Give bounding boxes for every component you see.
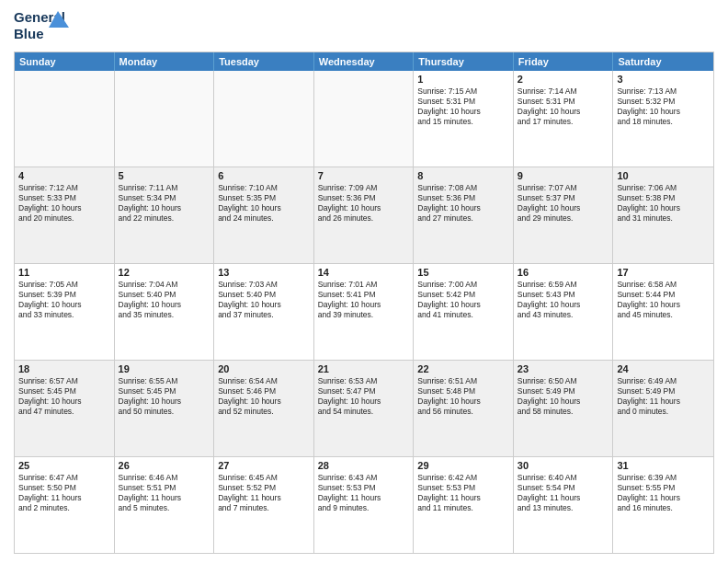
day-info: Sunrise: 7:07 AMSunset: 5:37 PMDaylight:… [518, 183, 609, 224]
day-number: 27 [218, 460, 310, 471]
day-number: 6 [218, 170, 310, 181]
day-number: 11 [18, 267, 110, 278]
calendar-cell: 6Sunrise: 7:10 AMSunset: 5:35 PMDaylight… [214, 167, 314, 263]
day-number: 12 [119, 267, 210, 278]
day-number: 29 [417, 460, 509, 471]
calendar-cell: 16Sunrise: 6:59 AMSunset: 5:43 PMDayligh… [514, 264, 614, 360]
day-info: Sunrise: 6:53 AMSunset: 5:47 PMDaylight:… [318, 376, 410, 417]
weekday-header: Sunday [15, 52, 115, 71]
calendar-cell: 4Sunrise: 7:12 AMSunset: 5:33 PMDaylight… [15, 167, 115, 263]
day-info: Sunrise: 7:04 AMSunset: 5:40 PMDaylight:… [119, 280, 210, 320]
day-number: 10 [617, 170, 710, 181]
day-info: Sunrise: 6:47 AMSunset: 5:50 PMDaylight:… [18, 473, 110, 513]
calendar-cell: 5Sunrise: 7:11 AMSunset: 5:34 PMDaylight… [115, 167, 215, 263]
day-info: Sunrise: 6:54 AMSunset: 5:46 PMDaylight:… [218, 376, 310, 417]
day-info: Sunrise: 7:13 AMSunset: 5:32 PMDaylight:… [617, 86, 710, 127]
day-number: 19 [119, 363, 210, 374]
day-info: Sunrise: 7:08 AMSunset: 5:36 PMDaylight:… [417, 183, 509, 224]
calendar-cell: 23Sunrise: 6:50 AMSunset: 5:49 PMDayligh… [514, 361, 614, 456]
day-number: 5 [119, 170, 210, 181]
calendar-cell: 27Sunrise: 6:45 AMSunset: 5:52 PMDayligh… [214, 457, 314, 553]
day-number: 31 [617, 460, 710, 471]
day-number: 14 [318, 267, 410, 278]
calendar-row: 25Sunrise: 6:47 AMSunset: 5:50 PMDayligh… [15, 457, 713, 553]
day-number: 16 [518, 267, 609, 278]
day-info: Sunrise: 7:12 AMSunset: 5:33 PMDaylight:… [18, 183, 110, 224]
calendar-cell: 1Sunrise: 7:15 AMSunset: 5:31 PMDaylight… [414, 71, 514, 167]
svg-marker-0 [49, 11, 69, 28]
calendar-body: 1Sunrise: 7:15 AMSunset: 5:31 PMDaylight… [15, 71, 713, 553]
day-info: Sunrise: 7:06 AMSunset: 5:38 PMDaylight:… [617, 183, 710, 224]
calendar-cell: 28Sunrise: 6:43 AMSunset: 5:53 PMDayligh… [314, 457, 415, 553]
weekday-header: Wednesday [314, 52, 415, 71]
day-number: 20 [218, 363, 310, 374]
day-info: Sunrise: 7:09 AMSunset: 5:36 PMDaylight:… [318, 183, 410, 224]
day-number: 24 [617, 363, 710, 374]
calendar-row: 1Sunrise: 7:15 AMSunset: 5:31 PMDaylight… [15, 71, 713, 167]
day-info: Sunrise: 7:10 AMSunset: 5:35 PMDaylight:… [218, 183, 310, 224]
weekday-header: Friday [514, 52, 614, 71]
day-info: Sunrise: 6:51 AMSunset: 5:48 PMDaylight:… [417, 376, 509, 417]
weekday-header: Saturday [613, 52, 713, 71]
calendar-cell: 9Sunrise: 7:07 AMSunset: 5:37 PMDaylight… [514, 167, 614, 263]
day-info: Sunrise: 7:15 AMSunset: 5:31 PMDaylight:… [417, 86, 509, 127]
calendar-cell: 15Sunrise: 7:00 AMSunset: 5:42 PMDayligh… [414, 264, 514, 360]
calendar-cell: 7Sunrise: 7:09 AMSunset: 5:36 PMDaylight… [314, 167, 415, 263]
day-info: Sunrise: 6:43 AMSunset: 5:53 PMDaylight:… [318, 473, 410, 513]
calendar-cell: 14Sunrise: 7:01 AMSunset: 5:41 PMDayligh… [314, 264, 415, 360]
day-info: Sunrise: 6:45 AMSunset: 5:52 PMDaylight:… [218, 473, 310, 513]
day-info: Sunrise: 7:01 AMSunset: 5:41 PMDaylight:… [318, 280, 410, 320]
day-number: 1 [417, 74, 509, 85]
day-number: 28 [318, 460, 410, 471]
day-info: Sunrise: 6:59 AMSunset: 5:43 PMDaylight:… [518, 280, 609, 320]
calendar-cell: 19Sunrise: 6:55 AMSunset: 5:45 PMDayligh… [115, 361, 215, 456]
calendar-cell [115, 71, 215, 167]
calendar-header: SundayMondayTuesdayWednesdayThursdayFrid… [15, 52, 713, 71]
day-info: Sunrise: 6:42 AMSunset: 5:53 PMDaylight:… [417, 473, 509, 513]
day-info: Sunrise: 7:14 AMSunset: 5:31 PMDaylight:… [518, 86, 609, 127]
day-number: 18 [18, 363, 110, 374]
calendar-cell: 20Sunrise: 6:54 AMSunset: 5:46 PMDayligh… [214, 361, 314, 456]
calendar-cell: 17Sunrise: 6:58 AMSunset: 5:44 PMDayligh… [613, 264, 713, 360]
day-info: Sunrise: 6:40 AMSunset: 5:54 PMDaylight:… [518, 473, 609, 513]
day-number: 9 [518, 170, 609, 181]
calendar-cell: 2Sunrise: 7:14 AMSunset: 5:31 PMDaylight… [514, 71, 614, 167]
day-number: 22 [417, 363, 509, 374]
day-number: 8 [417, 170, 509, 181]
calendar-row: 4Sunrise: 7:12 AMSunset: 5:33 PMDaylight… [15, 167, 713, 264]
calendar-cell: 22Sunrise: 6:51 AMSunset: 5:48 PMDayligh… [414, 361, 514, 456]
day-info: Sunrise: 6:57 AMSunset: 5:45 PMDaylight:… [18, 376, 110, 417]
calendar-cell [15, 71, 115, 167]
day-info: Sunrise: 7:05 AMSunset: 5:39 PMDaylight:… [18, 280, 110, 320]
day-info: Sunrise: 7:03 AMSunset: 5:40 PMDaylight:… [218, 280, 310, 320]
calendar-row: 18Sunrise: 6:57 AMSunset: 5:45 PMDayligh… [15, 361, 713, 457]
calendar: SundayMondayTuesdayWednesdayThursdayFrid… [14, 52, 714, 554]
calendar-cell: 26Sunrise: 6:46 AMSunset: 5:51 PMDayligh… [115, 457, 215, 553]
calendar-cell: 18Sunrise: 6:57 AMSunset: 5:45 PMDayligh… [15, 361, 115, 456]
calendar-cell: 8Sunrise: 7:08 AMSunset: 5:36 PMDaylight… [414, 167, 514, 263]
calendar-cell: 3Sunrise: 7:13 AMSunset: 5:32 PMDaylight… [613, 71, 713, 167]
day-info: Sunrise: 7:00 AMSunset: 5:42 PMDaylight:… [417, 280, 509, 320]
calendar-cell: 11Sunrise: 7:05 AMSunset: 5:39 PMDayligh… [15, 264, 115, 360]
calendar-cell: 24Sunrise: 6:49 AMSunset: 5:49 PMDayligh… [613, 361, 713, 456]
day-info: Sunrise: 6:58 AMSunset: 5:44 PMDaylight:… [617, 280, 710, 320]
day-number: 15 [417, 267, 509, 278]
day-info: Sunrise: 6:50 AMSunset: 5:49 PMDaylight:… [518, 376, 609, 417]
calendar-cell: 10Sunrise: 7:06 AMSunset: 5:38 PMDayligh… [613, 167, 713, 263]
calendar-cell: 25Sunrise: 6:47 AMSunset: 5:50 PMDayligh… [15, 457, 115, 553]
page-header: General Blue [14, 9, 714, 44]
day-number: 7 [318, 170, 410, 181]
calendar-cell: 13Sunrise: 7:03 AMSunset: 5:40 PMDayligh… [214, 264, 314, 360]
calendar-row: 11Sunrise: 7:05 AMSunset: 5:39 PMDayligh… [15, 264, 713, 361]
day-number: 30 [518, 460, 609, 471]
day-info: Sunrise: 6:49 AMSunset: 5:49 PMDaylight:… [617, 376, 710, 417]
calendar-cell: 30Sunrise: 6:40 AMSunset: 5:54 PMDayligh… [514, 457, 614, 553]
weekday-header: Tuesday [214, 52, 314, 71]
logo: General Blue [14, 9, 62, 44]
day-info: Sunrise: 6:39 AMSunset: 5:55 PMDaylight:… [617, 473, 710, 513]
day-info: Sunrise: 7:11 AMSunset: 5:34 PMDaylight:… [119, 183, 210, 224]
calendar-cell: 31Sunrise: 6:39 AMSunset: 5:55 PMDayligh… [613, 457, 713, 553]
calendar-cell [214, 71, 314, 167]
day-number: 4 [18, 170, 110, 181]
day-number: 23 [518, 363, 609, 374]
